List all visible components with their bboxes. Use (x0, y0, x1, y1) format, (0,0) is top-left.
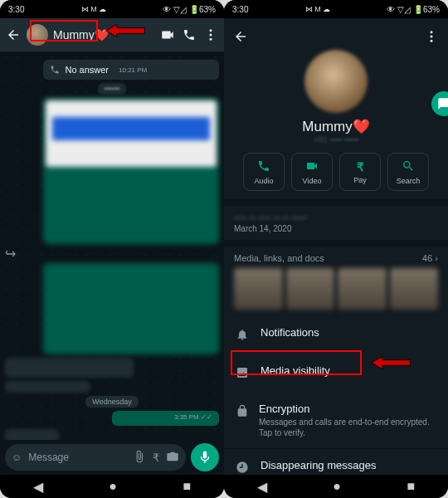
search-button[interactable]: Search (387, 153, 429, 191)
bell-icon (236, 328, 251, 344)
encryption-row[interactable]: Encryption Messages and calls are end-to… (224, 393, 448, 448)
android-navbar: ◀ ● ■ (224, 475, 448, 498)
svg-point-4 (431, 36, 433, 38)
outgoing-media-message[interactable] (43, 263, 219, 354)
incoming-message[interactable] (5, 381, 90, 393)
svg-point-5 (431, 40, 433, 42)
action-label: Audio (254, 177, 273, 185)
status-icons-right: 👁 ▽◿ 🔋63% (163, 5, 216, 14)
search-icon (402, 159, 415, 174)
back-icon[interactable] (5, 27, 22, 43)
android-navbar: ◀ ● ■ (0, 475, 224, 498)
notifications-row[interactable]: Notifications (224, 316, 448, 354)
chat-header: Mummy❤️ (0, 18, 224, 51)
avatar-large[interactable] (304, 50, 368, 113)
mic-button[interactable] (191, 443, 219, 471)
about-date: March 14, 2020 (234, 224, 438, 233)
mld-label: Media, links, and docs (234, 253, 324, 263)
outgoing-message[interactable]: 3:35 PM ✓✓ (112, 411, 219, 426)
nav-back[interactable]: ◀ (257, 479, 267, 495)
back-icon[interactable] (232, 28, 249, 45)
media-thumb[interactable] (234, 268, 283, 310)
missed-call-bubble[interactable]: No answer 10:21 PM (43, 60, 219, 80)
mld-count: 46 (422, 253, 432, 263)
status-icons-left: ⋈ M ☁ (305, 5, 331, 13)
svg-point-0 (210, 29, 212, 32)
contact-name[interactable]: Mummy❤️ (53, 28, 109, 42)
media-visibility-label: Media visibility (261, 364, 330, 377)
action-label: Video (303, 177, 322, 185)
camera-icon[interactable] (166, 450, 179, 466)
media-thumb[interactable] (390, 268, 439, 310)
missed-call-label: No answer (65, 65, 109, 75)
pay-button[interactable]: ₹ Pay (339, 153, 381, 191)
status-bar: 3:30 ⋈ M ☁ 👁 ▽◿ 🔋63% (0, 0, 224, 18)
nav-recent[interactable]: ■ (407, 479, 416, 494)
message-time: 3:35 PM ✓✓ (174, 413, 212, 421)
day-chip: Wednesday (85, 396, 138, 408)
input-placeholder: Message (28, 452, 126, 463)
svg-point-3 (431, 31, 433, 33)
disappearing-row[interactable]: Disappearing messages Off (224, 448, 448, 475)
status-icons-right: 👁 ▽◿ 🔋63% (387, 5, 440, 14)
outgoing-media-message[interactable] (43, 98, 219, 244)
action-label: Pay (353, 176, 367, 184)
svg-point-1 (210, 34, 212, 37)
input-bar: ☺ Message ₹ (0, 440, 224, 475)
nav-back[interactable]: ◀ (33, 479, 43, 495)
more-icon[interactable] (202, 27, 219, 43)
status-icons-left: ⋈ M ☁ (81, 5, 107, 13)
voice-call-icon[interactable] (181, 27, 197, 43)
timer-icon (236, 461, 251, 475)
rupee-icon: ₹ (357, 160, 364, 173)
media-thumbnails (234, 268, 438, 310)
media-thumb[interactable] (286, 268, 335, 310)
phone-icon (257, 159, 270, 174)
chat-body: No answer 10:21 PM •••••• ↪ Wednesday 3:… (0, 51, 224, 440)
incoming-message[interactable] (5, 429, 59, 440)
rupee-icon[interactable]: ₹ (153, 452, 159, 464)
media-links-docs[interactable]: Media, links, and docs 46 › (224, 247, 448, 316)
video-call-icon[interactable] (159, 27, 176, 43)
encryption-sub: Messages and calls are end-to-end encryp… (259, 417, 436, 438)
audio-call-button[interactable]: Audio (243, 153, 285, 191)
image-icon (236, 366, 251, 383)
attach-icon[interactable] (133, 450, 146, 466)
message-input[interactable]: ☺ Message ₹ (5, 444, 186, 471)
video-icon (305, 159, 319, 174)
contact-phone: +91 •••• ••••• (229, 135, 443, 144)
about-section[interactable]: •••• •• •••• •• •• ••••• March 14, 2020 (224, 206, 448, 240)
contact-info-screen: 3:30 ⋈ M ☁ 👁 ▽◿ 🔋63% Mummy❤️ +91 •••• ••… (224, 0, 448, 498)
nav-home[interactable]: ● (109, 479, 117, 494)
svg-point-2 (210, 38, 212, 41)
contact-info-body: Mummy❤️ +91 •••• ••••• Audio Video ₹ Pay (224, 18, 448, 475)
missed-call-time: 10:21 PM (119, 66, 147, 74)
nav-home[interactable]: ● (333, 479, 341, 494)
disappearing-title: Disappearing messages (261, 459, 376, 471)
forward-icon[interactable]: ↪ (5, 246, 16, 261)
encryption-title: Encryption (259, 403, 436, 415)
lock-icon (236, 404, 249, 421)
notifications-label: Notifications (261, 326, 319, 339)
more-icon[interactable] (423, 28, 440, 45)
emoji-icon[interactable]: ☺ (12, 452, 22, 463)
media-thumb[interactable] (338, 268, 387, 310)
status-time: 3:30 (232, 5, 248, 14)
chevron-right-icon: › (435, 253, 438, 263)
incoming-message[interactable] (5, 358, 134, 378)
media-visibility-row[interactable]: Media visibility (224, 354, 448, 393)
status-time: 3:30 (8, 5, 24, 14)
contact-info-header: Mummy❤️ +91 •••• ••••• Audio Video ₹ Pay (224, 18, 448, 199)
status-bar: 3:30 ⋈ M ☁ 👁 ▽◿ 🔋63% (224, 0, 448, 18)
contact-name: Mummy❤️ (229, 118, 443, 135)
avatar[interactable] (27, 24, 48, 46)
day-chip: •••••• (98, 83, 127, 95)
nav-recent[interactable]: ■ (183, 479, 192, 494)
video-call-button[interactable]: Video (291, 153, 333, 191)
chat-screen: 3:30 ⋈ M ☁ 👁 ▽◿ 🔋63% Mummy❤️ No answer (0, 0, 224, 498)
action-label: Search (397, 177, 421, 185)
about-text: •••• •• •••• •• •• ••••• (234, 212, 438, 222)
